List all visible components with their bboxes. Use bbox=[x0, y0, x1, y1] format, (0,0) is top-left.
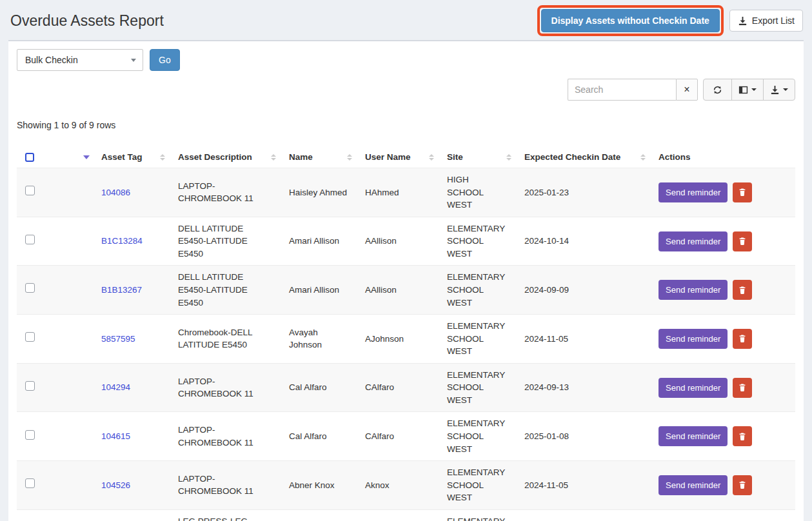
actions-cell: Send reminder bbox=[655, 509, 795, 521]
asset-tag-link[interactable]: B1B13267 bbox=[101, 285, 142, 295]
name-cell: Amari Allison bbox=[285, 217, 361, 266]
site-cell: HIGH SCHOOL WEST bbox=[443, 168, 520, 217]
select-all-checkbox[interactable] bbox=[25, 153, 34, 162]
row-checkbox[interactable] bbox=[25, 478, 35, 488]
delete-button[interactable] bbox=[733, 475, 752, 495]
delete-button[interactable] bbox=[733, 280, 752, 300]
sort-icon bbox=[347, 154, 352, 161]
clear-search-button[interactable]: × bbox=[676, 79, 698, 101]
asset-tag-link[interactable]: 104615 bbox=[101, 431, 130, 441]
export-list-button[interactable]: Export List bbox=[729, 10, 803, 32]
table-row: 5857595 Chromebook-DELL LATITUDE E5450 A… bbox=[17, 315, 795, 364]
table-header-row: Asset Tag Asset Description Name User Na… bbox=[17, 146, 795, 168]
row-checkbox[interactable] bbox=[25, 186, 35, 195]
asset-tag-cell: 104615 bbox=[97, 412, 174, 461]
asset-tag-cell: 104086 bbox=[97, 168, 174, 217]
refresh-button[interactable] bbox=[703, 79, 732, 101]
delete-button[interactable] bbox=[733, 426, 752, 446]
column-header-site[interactable]: Site bbox=[443, 146, 520, 168]
trash-icon bbox=[738, 334, 747, 343]
send-reminder-button[interactable]: Send reminder bbox=[659, 231, 728, 251]
trash-icon bbox=[738, 237, 747, 246]
asset-tag-link[interactable]: 104526 bbox=[101, 480, 130, 490]
site-cell: ELEMENTARY SCHOOL WEST bbox=[443, 315, 520, 364]
table-body: 104086 LAPTOP-CHROMEBOOK 11 Haisley Ahme… bbox=[17, 168, 795, 521]
user-name-cell: AAllison bbox=[361, 217, 443, 266]
asset-tag-cell: 104294 bbox=[97, 363, 174, 412]
send-reminder-button[interactable]: Send reminder bbox=[659, 378, 728, 398]
expected-checkin-date-cell: 2024-11-05 bbox=[520, 315, 655, 364]
row-count-summary-top: Showing 1 to 9 of 9 rows bbox=[17, 120, 795, 130]
trash-icon bbox=[738, 383, 747, 392]
row-checkbox[interactable] bbox=[25, 235, 35, 244]
asset-tag-link[interactable]: 104294 bbox=[101, 382, 130, 392]
name-cell: Abner Knox bbox=[285, 461, 361, 510]
table-toolbar: × bbox=[17, 79, 795, 101]
row-checkbox[interactable] bbox=[25, 430, 35, 440]
trash-icon bbox=[738, 188, 747, 197]
display-assets-without-checkin-button[interactable]: Display Assets without Checkin Date bbox=[541, 9, 720, 32]
asset-tag-link[interactable]: 5857595 bbox=[101, 334, 135, 344]
column-header-asset-description[interactable]: Asset Description bbox=[174, 146, 285, 168]
row-checkbox[interactable] bbox=[25, 283, 35, 293]
site-cell: ELEMENTARY SCHOOL WEST bbox=[443, 217, 520, 266]
select-all-header[interactable] bbox=[17, 146, 97, 168]
name-cell: Haisley Ahmed bbox=[285, 168, 361, 217]
asset-tag-cell: 5857595 bbox=[97, 315, 174, 364]
sort-icon bbox=[271, 154, 276, 161]
table-row: 104294 LAPTOP-CHROMEBOOK 11 Cal Alfaro C… bbox=[17, 363, 795, 412]
highlight-outline: Display Assets without Checkin Date bbox=[537, 5, 724, 36]
table-row: B1B13267 DELL LATITUDE E5450-LATITUDE E5… bbox=[17, 266, 795, 315]
search-input[interactable] bbox=[568, 79, 676, 101]
site-cell: ELEMENTARY SCHOOL WEST bbox=[443, 412, 520, 461]
export-table-button[interactable] bbox=[763, 79, 795, 101]
row-select-cell bbox=[17, 412, 97, 461]
name-cell: Abner Knox bbox=[285, 509, 361, 521]
sort-icon bbox=[506, 154, 511, 161]
asset-description-cell: Chromebook-DELL LATITUDE E5450 bbox=[174, 315, 285, 364]
delete-button[interactable] bbox=[733, 182, 752, 202]
send-reminder-button[interactable]: Send reminder bbox=[659, 475, 728, 495]
trash-icon bbox=[738, 480, 747, 489]
asset-description-cell: DELL LATITUDE E5450-LATITUDE E5450 bbox=[174, 217, 285, 266]
go-button[interactable]: Go bbox=[150, 49, 180, 71]
send-reminder-button[interactable]: Send reminder bbox=[659, 280, 728, 300]
actions-cell: Send reminder bbox=[655, 217, 795, 266]
send-reminder-button[interactable]: Send reminder bbox=[659, 329, 728, 349]
column-header-user-name[interactable]: User Name bbox=[361, 146, 443, 168]
site-cell: ELEMENTARY SCHOOL WEST bbox=[443, 509, 520, 521]
expected-checkin-date-cell: 2024-10-14 bbox=[520, 217, 655, 266]
delete-button[interactable] bbox=[733, 378, 752, 398]
column-header-expected-checkin-date[interactable]: Expected Checkin Date bbox=[520, 146, 655, 168]
actions-cell: Send reminder bbox=[655, 363, 795, 412]
name-cell: Avayah Johnson bbox=[285, 315, 361, 364]
asset-tag-link[interactable]: 104086 bbox=[101, 188, 130, 197]
column-header-name[interactable]: Name bbox=[285, 146, 361, 168]
refresh-icon bbox=[713, 85, 722, 95]
chevron-down-icon bbox=[783, 88, 788, 91]
asset-tag-cell: 104526 bbox=[97, 461, 174, 510]
export-list-label: Export List bbox=[752, 15, 795, 26]
delete-button[interactable] bbox=[733, 231, 752, 251]
user-name-cell: CAlfaro bbox=[361, 412, 443, 461]
table-tools-group bbox=[703, 79, 795, 101]
row-checkbox[interactable] bbox=[25, 381, 35, 391]
row-checkbox[interactable] bbox=[25, 332, 35, 342]
actions-cell: Send reminder bbox=[655, 461, 795, 510]
column-header-asset-tag[interactable]: Asset Tag bbox=[97, 146, 174, 168]
asset-tag-link[interactable]: B1C13284 bbox=[101, 236, 143, 246]
sorted-desc-icon bbox=[83, 155, 90, 159]
table-row: B1C13284 DELL LATITUDE E5450-LATITUDE E5… bbox=[17, 217, 795, 266]
send-reminder-button[interactable]: Send reminder bbox=[659, 182, 728, 202]
expected-checkin-date-cell: 2025-01-23 bbox=[520, 168, 655, 217]
sort-icon bbox=[640, 154, 646, 161]
delete-button[interactable] bbox=[733, 329, 752, 349]
asset-tag-cell: B1B13267 bbox=[97, 266, 174, 315]
user-name-cell: Aknox bbox=[361, 461, 443, 510]
asset-tag-cell: 120040 bbox=[97, 509, 174, 521]
user-name-cell: Aknox bbox=[361, 509, 443, 521]
send-reminder-button[interactable]: Send reminder bbox=[659, 426, 728, 446]
site-cell: ELEMENTARY SCHOOL WEST bbox=[443, 461, 520, 510]
columns-toggle-button[interactable] bbox=[731, 79, 764, 101]
bulk-action-select[interactable]: Bulk Checkin bbox=[17, 49, 143, 71]
